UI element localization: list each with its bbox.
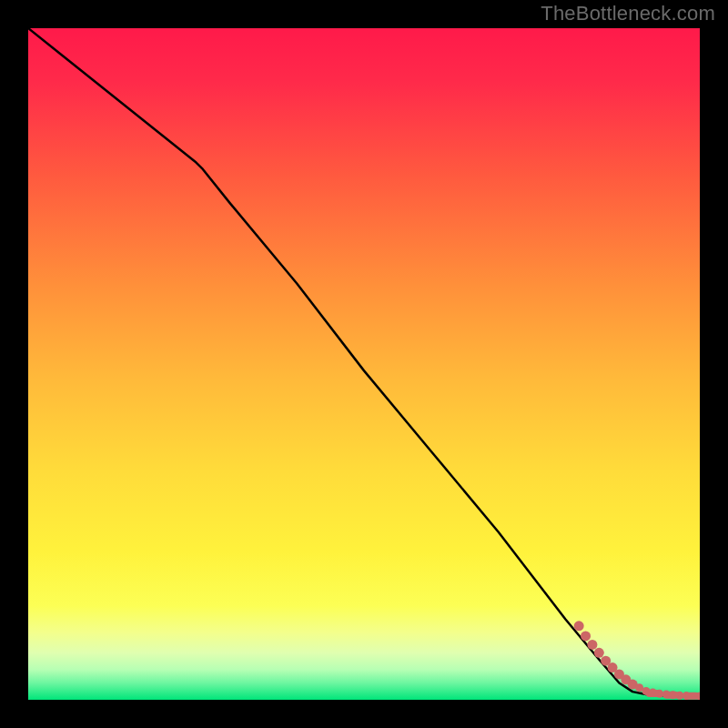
chart-stage: TheBottleneck.com xyxy=(0,0,728,728)
series-marker-dot xyxy=(574,621,584,631)
svg-rect-0 xyxy=(28,28,700,700)
series-marker-dot xyxy=(581,631,591,641)
chart-svg xyxy=(28,28,700,700)
series-marker-dot xyxy=(587,640,597,650)
watermark-label: TheBottleneck.com xyxy=(541,2,715,25)
series-marker-dot xyxy=(594,648,604,658)
chart-plot xyxy=(28,28,700,700)
